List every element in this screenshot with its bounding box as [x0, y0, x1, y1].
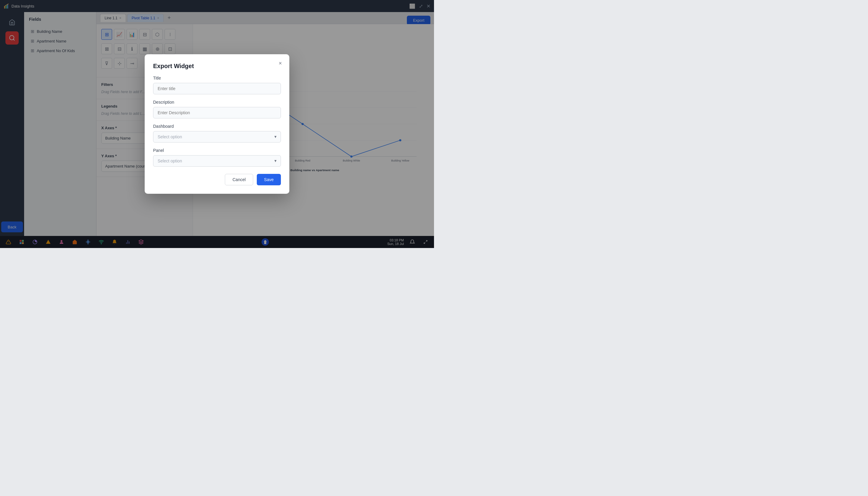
- modal-overlay: Export Widget × Title Description Dashbo…: [0, 0, 434, 248]
- description-field-group: Description: [153, 100, 281, 119]
- panel-field-group: Panel Select option ▼: [153, 148, 281, 167]
- title-field-group: Title: [153, 76, 281, 94]
- dashboard-select[interactable]: Select option: [153, 131, 281, 142]
- panel-select[interactable]: Select option: [153, 155, 281, 167]
- description-input[interactable]: [153, 107, 281, 119]
- dashboard-label: Dashboard: [153, 124, 281, 129]
- dashboard-select-wrapper: Select option ▼: [153, 131, 281, 142]
- title-label: Title: [153, 76, 281, 80]
- modal-title: Export Widget: [153, 63, 281, 69]
- panel-label: Panel: [153, 148, 281, 153]
- dashboard-field-group: Dashboard Select option ▼: [153, 124, 281, 142]
- cancel-button[interactable]: Cancel: [225, 174, 253, 185]
- title-input[interactable]: [153, 83, 281, 94]
- panel-select-wrapper: Select option ▼: [153, 155, 281, 167]
- save-button[interactable]: Save: [257, 174, 281, 185]
- modal-close-button[interactable]: ×: [276, 59, 284, 67]
- description-label: Description: [153, 100, 281, 105]
- modal-actions: Cancel Save: [153, 174, 281, 185]
- export-modal: Export Widget × Title Description Dashbo…: [145, 54, 289, 194]
